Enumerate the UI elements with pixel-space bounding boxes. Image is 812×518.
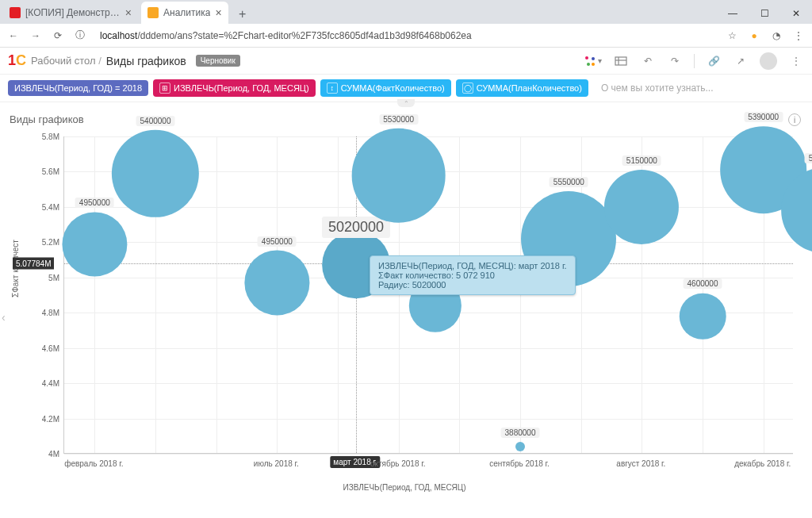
breadcrumb-root[interactable]: Рабочий стол (31, 55, 102, 67)
svg-point-3 (592, 63, 595, 66)
x-tick: сентябрь 2018 г. (489, 459, 550, 468)
logo: 1C (8, 52, 26, 69)
star-icon[interactable]: ☆ (725, 29, 739, 43)
minimize-icon[interactable]: — (717, 3, 749, 24)
y-tick: 4M (36, 450, 59, 459)
bubble[interactable] (245, 251, 309, 315)
bubble-label: 5150000 (622, 155, 661, 166)
new-tab-button[interactable]: + (233, 5, 252, 24)
x-tick: август 2018 г. (616, 459, 665, 468)
bubble-label: 4950000 (75, 198, 114, 208)
bubble-label: 5390000 (744, 112, 783, 122)
bubble[interactable] (515, 442, 525, 451)
chart-area: Виды графиков i ‹ 4950000540000050200004… (0, 107, 812, 500)
filter-chip[interactable]: ИЗВЛЕЧЬ(Период, ГОД) = 2018 (8, 80, 148, 96)
y-measure-chip[interactable]: ↕ СУММА(ФактКоличество) (320, 79, 451, 97)
breadcrumb-current: Виды графиков (106, 55, 186, 67)
x-dimension-chip[interactable]: ⊞ ИЗВЛЕЧЬ(Период, ГОД, МЕСЯЦ) (153, 79, 316, 97)
undo-icon[interactable]: ↶ (640, 53, 656, 69)
extension-icon[interactable]: ● (747, 29, 761, 43)
radius-measure-chip[interactable]: ◯ СУММА(ПланКоличество) (456, 79, 588, 97)
bubble-label: 5400000 (136, 116, 175, 126)
crosshair-y-value: 5.07784M (13, 258, 54, 270)
maximize-icon[interactable]: ☐ (749, 3, 780, 24)
x-tick: октябрь 2018 г. (370, 459, 426, 468)
y-tick: 5.2M (36, 238, 59, 247)
address-bar: ← → ⟳ ⓘ localhost/dddemo/ans?state=%2Fch… (0, 24, 812, 48)
bubble[interactable] (604, 170, 679, 244)
ask-input[interactable]: О чем вы хотите узнать... (601, 82, 714, 94)
profile-icon[interactable]: ◔ (769, 29, 783, 43)
y-tick: 4.4M (36, 379, 59, 388)
info-icon[interactable]: ⓘ (73, 29, 87, 43)
favicon-icon (147, 7, 159, 18)
x-tick: июль 2018 г. (254, 459, 299, 468)
avatar[interactable] (760, 52, 777, 70)
tab-title: Аналитика (163, 7, 210, 18)
bubble-label: 5530000 (379, 114, 418, 125)
x-axis-label: ИЗВЛЕЧЬ(Период, ГОД, МЕСЯЦ) (343, 483, 465, 492)
svg-rect-4 (615, 57, 626, 65)
y-tick: 5.6M (36, 167, 59, 176)
bubble[interactable] (680, 293, 726, 340)
svg-point-0 (585, 56, 588, 59)
bubble-label: 5360000 (805, 153, 812, 163)
dimension-icon: ⊞ (159, 82, 170, 94)
expand-left-button[interactable]: ‹ (2, 311, 6, 324)
x-tick: декабрь 2018 г. (734, 459, 791, 468)
close-window-icon[interactable]: ✕ (780, 3, 812, 24)
bubble[interactable] (351, 129, 446, 223)
bubble-label: 4950000 (258, 236, 297, 247)
tab-title: [КОПИЯ] Демонстрационная б (25, 7, 121, 18)
bubble[interactable] (112, 130, 199, 217)
y-tick: 4.8M (36, 309, 59, 317)
bubble-chart[interactable]: 4950000540000050200004950000553000047200… (8, 129, 801, 493)
bubble-label: 4600000 (684, 278, 722, 289)
url-input[interactable]: localhost/dddemo/ans?state=%2Fchart-edit… (95, 27, 717, 44)
app-header: 1C Рабочий стол Виды графиков Черновик ▾… (0, 48, 812, 75)
filter-chips-row: ИЗВЛЕЧЬ(Период, ГОД) = 2018 ⊞ ИЗВЛЕЧЬ(Пе… (0, 75, 812, 102)
external-icon[interactable]: ↗ (733, 53, 749, 69)
redo-icon[interactable]: ↷ (667, 53, 683, 69)
forward-icon[interactable]: → (29, 29, 43, 43)
measure-r-icon: ◯ (462, 82, 473, 94)
link-icon[interactable]: 🔗 (706, 53, 722, 69)
browser-tab-strip: [КОПИЯ] Демонстрационная б × Аналитика ×… (0, 0, 812, 24)
bubble-label: 5020000 (322, 217, 390, 238)
y-tick: 5M (36, 273, 59, 282)
more-icon[interactable]: ⋮ (788, 53, 804, 69)
chart-type-button[interactable]: ▾ (584, 55, 602, 67)
close-icon[interactable]: × (125, 6, 132, 19)
back-icon[interactable]: ← (6, 29, 21, 43)
browser-tab-active[interactable]: Аналитика × (141, 2, 228, 24)
svg-point-1 (592, 57, 595, 60)
close-icon[interactable]: × (215, 6, 221, 19)
info-icon[interactable]: i (788, 113, 801, 126)
y-tick: 4.6M (36, 343, 59, 352)
tooltip: ИЗВЛЕЧЬ(Период, ГОД, МЕСЯЦ): март 2018 г… (370, 255, 576, 295)
measure-y-icon: ↕ (327, 82, 338, 94)
settings-icon[interactable] (613, 53, 629, 69)
svg-point-2 (587, 63, 590, 66)
collapse-chips-button[interactable]: ⌃ (397, 99, 415, 107)
status-badge: Черновик (196, 55, 240, 67)
x-tick: февраль 2018 г. (64, 459, 123, 468)
bubble[interactable] (63, 212, 127, 276)
y-tick: 5.8M (36, 132, 59, 141)
y-tick: 5.4M (36, 202, 59, 211)
favicon-icon (10, 7, 21, 18)
menu-icon[interactable]: ⋮ (791, 29, 806, 43)
reload-icon[interactable]: ⟳ (51, 29, 65, 43)
bubble-label: 5550000 (550, 177, 588, 187)
bubble-label: 3880000 (501, 428, 540, 438)
browser-tab[interactable]: [КОПИЯ] Демонстрационная б × (3, 2, 138, 24)
y-tick: 4.2M (36, 414, 59, 423)
